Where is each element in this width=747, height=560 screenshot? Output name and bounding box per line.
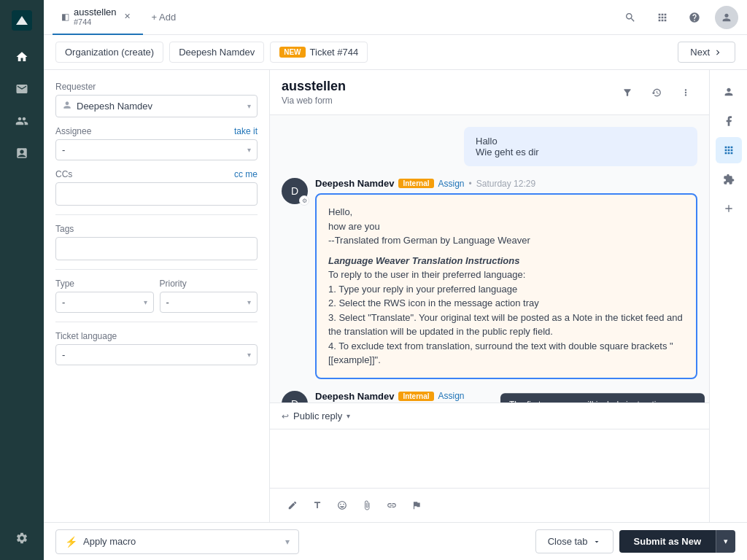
compose-icon[interactable] [282,494,303,516]
far-right-user-icon[interactable] [716,79,742,105]
submit-chevron-button[interactable]: ▾ [716,530,735,553]
topbar-actions [619,6,738,29]
ticket-header-actions [616,81,697,104]
ticket-language-chevron-icon: ▾ [247,351,251,359]
main-area: ◧ ausstellen #744 ✕ + Add [44,0,747,560]
reply-tab-label: Public reply [293,411,342,421]
assignee-select[interactable]: - ▾ [55,139,258,160]
type-select[interactable]: - ▾ [55,292,154,313]
messages-area: Hallo Wie geht es dir D ⚙ Deepesh Namdev… [270,115,709,402]
hallo-line2: Wie geht es dir [476,147,686,158]
msg2-badge: Internal [398,392,433,401]
sidebar-item-reports[interactable] [9,140,35,166]
submit-button[interactable]: Submit as New [619,530,716,553]
msg1-avatar-badge: ⚙ [299,195,309,206]
msg1-dot: • [469,179,472,189]
reply-editor[interactable] [270,429,709,488]
priority-select[interactable]: - ▾ [160,292,258,313]
cc-me-link[interactable]: cc me [234,169,258,179]
message-1: D ⚙ Deepesh Namdev Internal Assign • Sat… [282,178,697,379]
help-button[interactable] [683,6,706,29]
msg1-line1: Hello, [328,206,352,217]
msg2-assign-link[interactable]: Assign [438,391,465,401]
breadcrumb-contact[interactable]: Deepesh Namdev [169,42,264,63]
far-right-add-icon[interactable] [716,195,742,222]
flag-icon[interactable] [406,494,427,516]
requester-label: Requester [55,82,258,92]
tab-close-button[interactable]: ✕ [121,10,134,23]
search-button[interactable] [619,6,642,29]
user-avatar[interactable] [715,6,738,29]
type-value: - [62,297,65,308]
topbar: ◧ ausstellen #744 ✕ + Add [44,0,747,35]
sidebar-item-settings[interactable] [9,525,35,551]
tab-add-button[interactable]: + Add [143,0,185,35]
ccs-row: CCs cc me [55,169,258,179]
far-right-puzzle-icon[interactable] [716,166,742,192]
attach-icon[interactable] [356,494,378,516]
requester-person-icon [62,100,72,112]
apply-macro-select[interactable]: ⚡ Apply macro ▾ [55,529,299,554]
tags-input[interactable] [55,237,258,260]
macro-lightning-icon: ⚡ [65,536,77,548]
msg1-assign-link[interactable]: Assign [438,179,465,189]
ticket-header: ausstellen Via web form [270,70,709,115]
type-label: Type [55,279,154,289]
assignee-chevron-icon: ▾ [247,146,251,154]
priority-chevron-icon: ▾ [247,298,251,306]
msg1-bubble: Hello, how are you --Translated from Ger… [315,193,697,379]
sidebar-item-tickets[interactable] [9,76,35,102]
ticket-language-select[interactable]: - ▾ [55,344,258,365]
assignee-value: - [62,144,65,155]
history-button[interactable] [645,81,668,104]
reply-tab[interactable]: ↩ Public reply ▾ [270,403,709,429]
sidebar-item-home[interactable] [9,44,35,70]
user-message-bubble: Hallo Wie geht es dir [464,127,697,166]
ticket-subtitle: Via web form [282,96,346,106]
far-right-brand-icon[interactable] [716,137,742,163]
macro-label: Apply macro [83,536,136,547]
next-button[interactable]: Next [678,42,735,63]
link-icon[interactable] [381,494,403,516]
filter-button[interactable] [616,81,639,104]
msg1-avatar: D ⚙ [282,178,308,204]
breadcrumb-ticket-number: Ticket #744 [310,47,359,58]
reply-toolbar [270,488,709,522]
far-right-book-icon[interactable] [716,108,742,134]
breadcrumb-org-create[interactable]: Organization (create) [55,42,163,63]
ccs-input[interactable] [55,182,258,206]
breadcrumb-ticket[interactable]: NEW Ticket #744 [270,42,368,63]
body: Requester Deepesh Namdev ▾ Assignee take… [44,70,747,522]
divider2 [55,269,258,270]
requester-name: Deepesh Namdev [77,101,152,112]
message-2: D ⚙ Deepesh Namdev Internal Assign Hello [282,391,697,403]
format-text-icon[interactable] [306,494,328,516]
ticket-status-badge: NEW [279,47,305,58]
sidebar-logo [10,9,34,32]
type-group: Type - ▾ [55,279,154,313]
assignee-row: Assignee take it [55,126,258,136]
tab-title: ausstellen [74,7,117,18]
far-right-panel [709,70,747,522]
take-it-link[interactable]: take it [234,126,258,136]
apps-button[interactable] [651,6,674,29]
msg1-time: Saturday 12:29 [476,179,535,189]
sidebar-item-contacts[interactable] [9,108,35,134]
reply-area: ↩ Public reply ▾ [270,402,709,522]
msg1-step2: 2. Select the RWS icon in the message ac… [328,298,539,308]
priority-group: Priority - ▾ [160,279,258,313]
msg1-line2: how are you [328,221,380,232]
ticket-language-label: Ticket language [55,331,258,341]
more-options-button[interactable] [674,81,697,104]
requester-select[interactable]: Deepesh Namdev ▾ [55,95,258,117]
close-tab-button[interactable]: Close tab [535,529,614,553]
submit-group: Submit as New ▾ [619,530,735,553]
msg1-instruction-intro: To reply to the user in their preferred … [328,269,525,280]
type-priority-row: Type - ▾ Priority - ▾ [55,279,258,313]
msg2-author: Deepesh Namdev [315,391,394,402]
emoji-icon[interactable] [331,494,353,516]
type-chevron-icon: ▾ [144,298,147,306]
divider3 [55,322,258,322]
tab-ausstellen[interactable]: ◧ ausstellen #744 ✕ [53,0,143,35]
close-tab-label: Close tab [548,536,588,547]
